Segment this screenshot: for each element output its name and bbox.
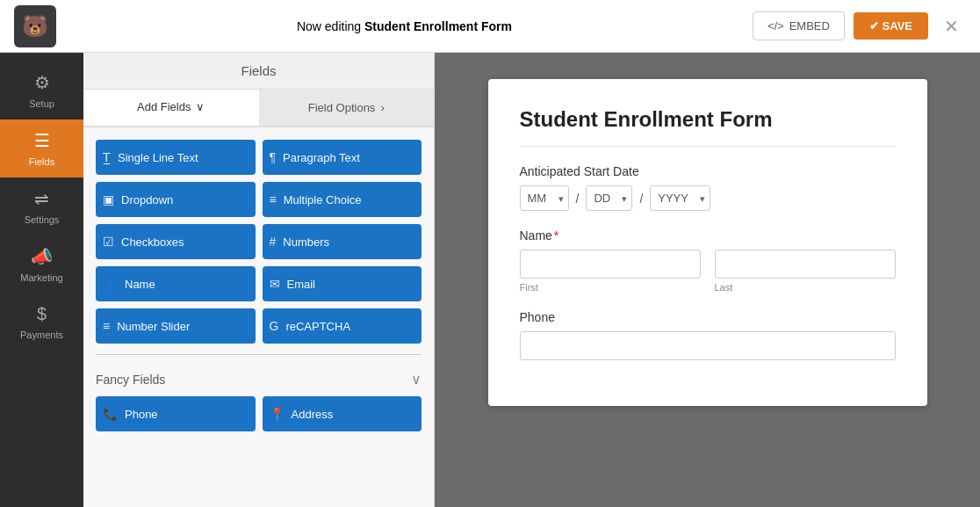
fields-icon: ☰	[34, 130, 50, 151]
phone-icon: 📞	[103, 407, 118, 421]
field-btn-phone[interactable]: 📞 Phone	[96, 396, 256, 431]
save-button[interactable]: ✔ SAVE	[854, 12, 928, 40]
first-name-input[interactable]	[520, 250, 701, 279]
fancy-chevron-down-icon: ∨	[411, 371, 422, 387]
form-field-phone: Phone	[520, 310, 896, 360]
chevron-down-icon: ∨	[196, 100, 205, 113]
embed-button[interactable]: </> EMBED	[753, 11, 845, 40]
fields-content: T̲ Single Line Text ¶ Paragraph Text ▣ D…	[83, 127, 434, 507]
slider-icon: ≡	[103, 319, 110, 333]
gear-icon: ⚙	[34, 72, 50, 93]
multiple-choice-icon: ≡	[270, 192, 277, 206]
field-btn-recaptcha[interactable]: G reCAPTCHA	[263, 308, 422, 344]
name-row: First Last	[520, 250, 896, 293]
tab-add-fields[interactable]: Add Fields ∨	[83, 90, 259, 126]
marketing-icon: 📣	[31, 246, 53, 267]
form-preview: Student Enrollment Form Anticipated Star…	[435, 53, 980, 507]
fancy-fields-header[interactable]: Fancy Fields ∨	[96, 362, 422, 396]
last-name-input[interactable]	[715, 250, 896, 279]
sidebar: ⚙ Setup ☰ Fields ⇌ Settings 📣 Marketing …	[0, 53, 83, 507]
day-select[interactable]: DD	[586, 185, 632, 211]
field-btn-single-line-text[interactable]: T̲ Single Line Text	[96, 140, 256, 175]
year-select-wrap: YYYY	[650, 185, 710, 211]
main-layout: ⚙ Setup ☰ Fields ⇌ Settings 📣 Marketing …	[0, 53, 980, 507]
address-icon: 📍	[270, 407, 285, 421]
last-sublabel: Last	[715, 282, 896, 293]
form-title: Student Enrollment Form	[520, 107, 896, 132]
phone-input[interactable]	[520, 331, 896, 360]
field-btn-number-slider[interactable]: ≡ Number Slider	[96, 308, 256, 344]
paragraph-icon: ¶	[270, 150, 277, 164]
sidebar-item-settings[interactable]: ⇌ Settings	[0, 177, 83, 235]
form-divider	[520, 146, 896, 147]
required-marker: *	[554, 228, 558, 243]
field-btn-numbers[interactable]: # Numbers	[263, 224, 422, 259]
dropdown-icon: ▣	[103, 192, 114, 206]
month-select[interactable]: MM	[520, 185, 569, 211]
person-icon: 👤	[103, 277, 118, 291]
sidebar-item-label: Payments	[20, 330, 63, 340]
date-row: MM / DD / YYYY	[520, 185, 896, 211]
field-btn-checkboxes[interactable]: ☑ Checkboxes	[96, 224, 256, 259]
first-sublabel: First	[520, 282, 701, 293]
sidebar-item-label: Settings	[25, 214, 60, 225]
date-sep-1: /	[576, 192, 580, 206]
last-name-wrap: Last	[715, 250, 896, 293]
settings-icon: ⇌	[34, 188, 49, 209]
sidebar-item-marketing[interactable]: 📣 Marketing	[0, 235, 83, 293]
topbar-title: Now editing Student Enrollment Form	[297, 19, 512, 33]
email-icon: ✉	[270, 277, 280, 291]
field-btn-paragraph-text[interactable]: ¶ Paragraph Text	[263, 140, 422, 175]
form-field-name: Name* First Last	[520, 228, 896, 293]
topbar-actions: </> EMBED ✔ SAVE ✕	[753, 11, 966, 40]
field-btn-email[interactable]: ✉ Email	[263, 266, 422, 301]
fields-panel: Fields Add Fields ∨ Field Options › T̲ S…	[83, 53, 435, 507]
month-select-wrap: MM	[520, 185, 569, 211]
date-sep-2: /	[639, 192, 643, 206]
day-select-wrap: DD	[586, 185, 632, 211]
numbers-icon: #	[270, 235, 277, 249]
fields-divider	[96, 354, 422, 355]
field-btn-address[interactable]: 📍 Address	[263, 396, 422, 431]
sidebar-item-fields[interactable]: ☰ Fields	[0, 120, 83, 177]
close-button[interactable]: ✕	[937, 12, 966, 40]
sidebar-item-label: Marketing	[20, 272, 62, 283]
name-label: Name*	[520, 228, 896, 243]
year-select[interactable]: YYYY	[650, 185, 710, 211]
field-btn-multiple-choice[interactable]: ≡ Multiple Choice	[263, 182, 422, 217]
tab-field-options[interactable]: Field Options ›	[259, 90, 435, 126]
form-field-date: Anticipated Start Date MM / DD /	[520, 164, 896, 211]
checkbox-icon: ☑	[103, 235, 114, 249]
sidebar-item-label: Fields	[29, 156, 54, 167]
standard-fields-grid: T̲ Single Line Text ¶ Paragraph Text ▣ D…	[96, 140, 422, 344]
field-btn-dropdown[interactable]: ▣ Dropdown	[96, 182, 256, 217]
date-label: Anticipated Start Date	[520, 164, 896, 178]
field-btn-name[interactable]: 👤 Name	[96, 266, 256, 301]
sidebar-item-payments[interactable]: $ Payments	[0, 293, 83, 351]
fields-tabs: Add Fields ∨ Field Options ›	[83, 90, 434, 127]
first-name-wrap: First	[520, 250, 701, 293]
logo: 🐻	[14, 5, 56, 47]
sidebar-item-setup[interactable]: ⚙ Setup	[0, 62, 83, 120]
phone-label: Phone	[520, 310, 896, 324]
fields-panel-header: Fields	[83, 53, 434, 90]
embed-icon: </>	[767, 19, 784, 33]
sidebar-item-label: Setup	[29, 98, 54, 109]
topbar: 🐻 Now editing Student Enrollment Form </…	[0, 0, 980, 53]
chevron-right-icon: ›	[380, 101, 384, 114]
payments-icon: $	[37, 304, 47, 324]
recaptcha-icon: G	[270, 319, 279, 333]
text-icon: T̲	[103, 150, 111, 164]
form-card: Student Enrollment Form Anticipated Star…	[488, 79, 927, 406]
fancy-fields-grid: 📞 Phone 📍 Address	[96, 396, 422, 431]
